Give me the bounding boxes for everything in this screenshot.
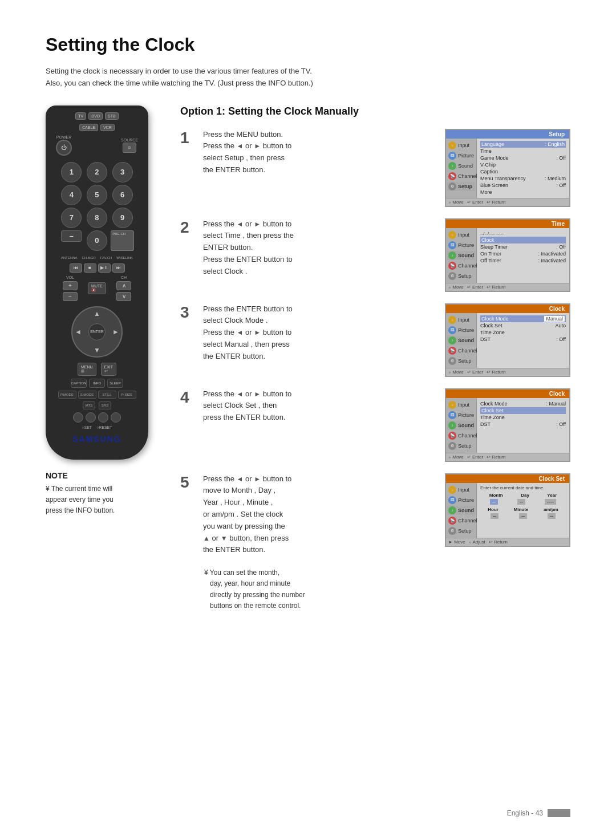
num-0-button[interactable]: 0 bbox=[87, 230, 107, 251]
tv-main-2: --/--/---- --:-- Clock Sleep Timer: Off … bbox=[477, 228, 569, 283]
tv-sidebar-2: ⬦ Input 🖼 Picture ♪ Sound bbox=[446, 228, 477, 283]
remote-dpad-ring[interactable]: ▲ ▼ ◄ ► ENTER bbox=[71, 306, 123, 358]
stb-button[interactable]: STB bbox=[105, 112, 119, 120]
sidebar2-input: ⬦ Input bbox=[447, 230, 475, 240]
cable-button[interactable]: CABLE bbox=[79, 124, 98, 131]
tv-button[interactable]: TV bbox=[75, 112, 86, 120]
info-button[interactable]: INFO bbox=[89, 379, 105, 388]
step-2: 2 Press the ◄ or ► button to select Time… bbox=[180, 218, 570, 292]
dpad-left[interactable]: ◄ bbox=[75, 328, 82, 336]
num-1-button[interactable]: 1 bbox=[61, 162, 82, 182]
remote-cable-vcr-buttons: CABLE VCR bbox=[79, 124, 115, 131]
srs-button[interactable]: SRS bbox=[99, 401, 111, 409]
rewind-button[interactable]: ⏮ bbox=[70, 263, 82, 273]
remote-top-buttons: TV DVD STB bbox=[75, 112, 118, 120]
step-5-number: 5 bbox=[180, 474, 194, 490]
vol-up-button[interactable]: + bbox=[63, 281, 78, 290]
tv-main-4: Clock Mode: Manual Clock Set Time Zone D… bbox=[477, 398, 569, 453]
smode-button[interactable]: S.MODE bbox=[78, 391, 96, 399]
sound2-icon: ♪ bbox=[448, 251, 456, 259]
vcr-button[interactable]: VCR bbox=[100, 124, 115, 131]
menu-button[interactable]: MENU⊞ bbox=[78, 363, 96, 376]
tv-footer-3: ⬦ Move↵ Enter↩ Return bbox=[446, 368, 569, 376]
remote-numpad: 1 2 3 4 5 6 7 8 9 – 0 PRE-CH bbox=[60, 162, 134, 251]
dpad-right[interactable]: ► bbox=[112, 328, 119, 336]
step-2-content: Press the ◄ or ► button to select Time ,… bbox=[203, 218, 570, 292]
vol-down-button[interactable]: − bbox=[63, 292, 78, 301]
num-8-button[interactable]: 8 bbox=[87, 208, 107, 228]
caption-button[interactable]: CAPTION bbox=[71, 379, 87, 388]
channel2-icon: 📡 bbox=[448, 262, 456, 270]
sidebar4-setup: ⚙ Setup bbox=[447, 441, 475, 451]
clock-set-time-values: -- -- -- bbox=[480, 513, 566, 519]
input2-icon: ⬦ bbox=[448, 231, 456, 239]
sleep-button[interactable]: SLEEP bbox=[107, 379, 123, 388]
menu-vchip: V-Chip bbox=[480, 161, 566, 168]
menu-clock-mode: Clock ModeManual bbox=[480, 315, 566, 322]
enter-button[interactable]: ENTER bbox=[88, 323, 106, 340]
sidebar3-setup: ⚙ Setup bbox=[447, 356, 475, 366]
menu-off-timer: Off Timer: Inactivated bbox=[480, 257, 566, 264]
step-4-number: 4 bbox=[180, 389, 194, 405]
mts-button[interactable]: MTS bbox=[83, 401, 95, 409]
remote-set-reset: ○SET ○RESET bbox=[82, 425, 112, 429]
steps-wrapper: Option 1: Setting the Clock Manually 1 P… bbox=[180, 105, 570, 618]
tv-sidebar-5: ⬦ Input 🖼 Picture ♪ Sound bbox=[446, 483, 477, 538]
channel3-icon: 📡 bbox=[448, 347, 456, 355]
step-1-text: Press the MENU button. Press the ◄ or ► … bbox=[203, 129, 437, 176]
note-title: NOTE bbox=[46, 471, 160, 480]
remote-menu-row: MENU⊞ EXIT↩ bbox=[78, 363, 116, 376]
sidebar4-input: ⬦ Input bbox=[447, 400, 475, 409]
mute-button[interactable]: MUTE🔇 bbox=[88, 282, 106, 294]
still-button[interactable]: STILL bbox=[98, 391, 116, 399]
source-button[interactable]: ⊙ bbox=[123, 143, 136, 153]
menu-on-timer: On Timer: Inactivated bbox=[480, 250, 566, 257]
exit-button[interactable]: EXIT↩ bbox=[101, 363, 117, 376]
setup5-icon: ⚙ bbox=[448, 527, 456, 535]
num-3-button[interactable]: 3 bbox=[112, 162, 133, 182]
step-3-text: Press the ENTER button to select Clock M… bbox=[203, 303, 437, 363]
stop-button[interactable]: ■ bbox=[84, 263, 96, 273]
picture2-icon: 🖼 bbox=[448, 241, 456, 249]
menu-transparency: Menu Transparency: Medium bbox=[480, 175, 566, 182]
picture4-icon: 🖼 bbox=[448, 411, 456, 419]
pre-ch-button[interactable]: PRE-CH bbox=[111, 230, 134, 251]
menu-time-zone: Time Zone bbox=[480, 329, 566, 336]
remote-transport: ⏮ ■ ▶⏸ ⏭ bbox=[70, 263, 125, 273]
setup3-icon: ⚙ bbox=[448, 357, 456, 365]
ch-down-button[interactable]: ∨ bbox=[116, 292, 131, 301]
sidebar2-picture: 🖼 Picture bbox=[447, 241, 475, 250]
psize-button[interactable]: P-SIZE bbox=[118, 391, 136, 399]
dash-button[interactable]: – bbox=[61, 230, 82, 242]
power-button[interactable]: ⏻ bbox=[56, 140, 72, 156]
num-9-button[interactable]: 9 bbox=[112, 208, 133, 228]
dpad-down[interactable]: ▼ bbox=[94, 346, 100, 354]
color-btn-1[interactable] bbox=[73, 412, 83, 423]
num-7-button[interactable]: 7 bbox=[61, 208, 82, 228]
input5-icon: ⬦ bbox=[448, 486, 456, 494]
sidebar5-picture: 🖼 Picture bbox=[447, 496, 475, 505]
num-6-button[interactable]: 6 bbox=[112, 185, 133, 205]
color-btn-4[interactable] bbox=[111, 412, 121, 423]
num-2-button[interactable]: 2 bbox=[87, 162, 107, 182]
sound3-icon: ♪ bbox=[448, 336, 456, 344]
step-5-content: Press the ◄ or ► button to move to Month… bbox=[203, 473, 570, 557]
pmode-button[interactable]: P.MODE bbox=[58, 391, 76, 399]
ch-up-button[interactable]: ∧ bbox=[116, 281, 131, 290]
tv-main-3: Clock ModeManual Clock SetAuto Time Zone… bbox=[477, 313, 569, 368]
menu-sleep-timer: Sleep Timer: Off bbox=[480, 244, 566, 250]
dvd-button[interactable]: DVD bbox=[88, 112, 103, 120]
color-btn-2[interactable] bbox=[86, 412, 96, 423]
remote-vol-ch: VOL + − MUTE🔇 CH ∧ ∨ bbox=[63, 275, 131, 301]
footer-text: English - 43 bbox=[507, 809, 543, 817]
menu-clock-item: Clock bbox=[480, 237, 566, 244]
dpad-up[interactable]: ▲ bbox=[94, 310, 100, 318]
num-4-button[interactable]: 4 bbox=[61, 185, 82, 205]
play-pause-button[interactable]: ▶⏸ bbox=[98, 263, 111, 273]
color-btn-3[interactable] bbox=[98, 412, 108, 423]
sidebar3-channel: 📡 Channel bbox=[447, 346, 475, 355]
ff-button[interactable]: ⏭ bbox=[112, 263, 125, 273]
num-5-button[interactable]: 5 bbox=[87, 185, 107, 205]
sidebar2-channel: 📡 Channel bbox=[447, 261, 475, 270]
note-section: NOTE ¥ The current time will appear ever… bbox=[46, 471, 160, 517]
